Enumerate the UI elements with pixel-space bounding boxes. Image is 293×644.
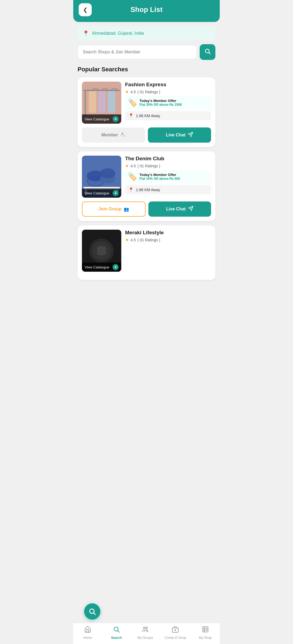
distance-icon-denim: 📍 — [128, 187, 134, 192]
star-icon-fashion: ★ — [125, 89, 129, 94]
live-chat-button-denim[interactable]: Live Chat — [148, 201, 211, 217]
svg-point-8 — [122, 133, 123, 134]
offer-tag-icon-fashion: 🏷️ — [128, 98, 137, 107]
shop-name-fashion: Fashion Express — [125, 82, 211, 88]
nav-item-my-groups[interactable]: My Groups — [136, 626, 155, 640]
offer-title-fashion: Today's Member Offer — [139, 99, 182, 103]
location-pin-icon: 📍 — [82, 30, 89, 37]
star-icon-denim: ★ — [125, 163, 129, 168]
offer-box-denim: 🏷️ Today's Member Offer Flat 10% Off abo… — [125, 170, 211, 183]
catalogue-count-denim: 4 — [113, 190, 119, 196]
main-content: 📍 Ahmedabad, Gujarat, India Popular Sear… — [73, 22, 220, 644]
svg-rect-4 — [83, 90, 120, 91]
offer-desc-denim: Flat 10% Off above Rs 500 — [139, 177, 180, 181]
catalogue-count-fashion: 4 — [113, 116, 119, 122]
search-button[interactable] — [200, 44, 215, 60]
distance-box-fashion: 📍 1.66 KM Away — [125, 111, 211, 120]
nav-label-search: Search — [111, 636, 122, 640]
catalogue-count-meraki: 4 — [113, 264, 119, 270]
location-text: Ahmedabad, Gujarat, India — [92, 31, 144, 36]
back-button[interactable]: ❮ — [79, 3, 92, 16]
my-shop-icon — [202, 626, 209, 635]
nav-item-home[interactable]: Home — [78, 626, 97, 640]
shop-card-meraki-lifestyle: View Catalogue 4 Meraki Lifestyle ★ 4.5 … — [78, 225, 215, 280]
send-icon-denim — [188, 206, 193, 212]
floating-search-button[interactable] — [84, 603, 100, 620]
shop-image-denim-club[interactable]: View Catalogue 4 — [82, 156, 121, 198]
shop-card-denim-club: View Catalogue 4 The Denim Club ★ 4.5 ( … — [78, 151, 215, 221]
svg-point-25 — [144, 627, 145, 629]
live-chat-button-fashion[interactable]: Live Chat — [148, 127, 211, 143]
nav-label-home: Home — [83, 636, 92, 640]
send-icon-fashion — [188, 132, 193, 138]
shop-name-denim: The Denim Club — [125, 156, 211, 162]
nav-label-create-eshop: Create E-Shop — [164, 636, 186, 640]
shop-info-meraki: Meraki Lifestyle ★ 4.5 ( 01 Ratings ) — [125, 230, 211, 272]
member-button-fashion[interactable]: Member — [82, 127, 145, 143]
svg-line-24 — [118, 631, 119, 632]
catalogue-label-denim[interactable]: View Catalogue 4 — [82, 188, 121, 198]
distance-icon-fashion: 📍 — [128, 113, 134, 118]
offer-title-denim: Today's Member Offer — [139, 173, 180, 177]
action-buttons-fashion: Member Live Chat — [82, 127, 211, 143]
rating-value-meraki: 4.5 — [130, 238, 136, 242]
offer-tag-icon-denim: 🏷️ — [128, 172, 137, 181]
rating-count-denim: ( 01 Ratings ) — [137, 164, 160, 168]
svg-rect-6 — [98, 91, 106, 113]
offer-box-fashion: 🏷️ Today's Member Offer Flat 20% Off abo… — [125, 96, 211, 109]
rating-value-fashion: 4.5 — [130, 90, 136, 94]
offer-desc-fashion: Flat 20% Off above Rs 1500 — [139, 103, 182, 107]
bottom-navigation: Home Search My Groups — [73, 623, 220, 644]
svg-line-22 — [94, 613, 95, 614]
search-nav-icon — [113, 626, 120, 635]
nav-item-create-eshop[interactable]: Create E-Shop — [164, 626, 186, 640]
distance-text-denim: 1.66 KM Away — [136, 188, 160, 192]
create-eshop-icon — [172, 626, 179, 635]
svg-rect-3 — [85, 90, 86, 117]
shop-name-meraki: Meraki Lifestyle — [125, 230, 211, 236]
location-bar: 📍 Ahmedabad, Gujarat, India — [78, 26, 215, 40]
shop-card-fashion-express: View Catalogue 4 Fashion Express ★ 4.5 (… — [78, 77, 215, 147]
svg-rect-7 — [108, 91, 115, 113]
catalogue-label-meraki[interactable]: View Catalogue 4 — [82, 262, 121, 272]
shop-rating-fashion: ★ 4.5 ( 01 Ratings ) — [125, 89, 211, 94]
member-add-icon — [120, 132, 126, 138]
svg-point-26 — [146, 627, 148, 629]
action-buttons-denim: Join Group 👥 Live Chat — [82, 201, 211, 217]
search-input[interactable] — [78, 45, 197, 59]
distance-box-denim: 📍 1.66 KM Away — [125, 185, 211, 194]
star-icon-meraki: ★ — [125, 237, 129, 242]
nav-item-search[interactable]: Search — [107, 626, 126, 640]
back-icon: ❮ — [83, 7, 88, 13]
svg-point-14 — [100, 168, 115, 178]
popular-searches-title: Popular Searches — [78, 66, 215, 73]
join-group-icon: 👥 — [124, 207, 129, 212]
my-groups-icon — [142, 626, 149, 635]
home-icon — [84, 626, 91, 635]
header: ❮ Shop List — [73, 0, 220, 22]
shop-rating-denim: ★ 4.5 ( 01 Ratings ) — [125, 163, 211, 168]
join-group-button-denim[interactable]: Join Group 👥 — [82, 201, 146, 217]
nav-label-my-groups: My Groups — [137, 636, 153, 640]
rating-count-meraki: ( 01 Ratings ) — [137, 238, 160, 242]
rating-value-denim: 4.5 — [130, 164, 136, 168]
svg-rect-5 — [89, 91, 96, 113]
svg-line-1 — [209, 53, 211, 54]
search-icon — [204, 48, 211, 56]
shop-image-fashion-express[interactable]: View Catalogue 4 — [82, 82, 121, 124]
shop-info-denim: The Denim Club ★ 4.5 ( 01 Ratings ) 🏷️ T… — [125, 156, 211, 198]
nav-item-my-shop[interactable]: My Shop — [196, 626, 215, 640]
search-bar — [78, 44, 215, 60]
nav-label-my-shop: My Shop — [199, 636, 212, 640]
catalogue-label-fashion[interactable]: View Catalogue 4 — [82, 114, 121, 124]
shop-image-meraki[interactable]: View Catalogue 4 — [82, 230, 121, 272]
distance-text-fashion: 1.66 KM Away — [136, 114, 160, 118]
page-title: Shop List — [130, 5, 163, 14]
shop-rating-meraki: ★ 4.5 ( 01 Ratings ) — [125, 237, 211, 242]
shop-info-fashion: Fashion Express ★ 4.5 ( 01 Ratings ) 🏷️ … — [125, 82, 211, 124]
rating-count-fashion: ( 01 Ratings ) — [137, 90, 160, 94]
